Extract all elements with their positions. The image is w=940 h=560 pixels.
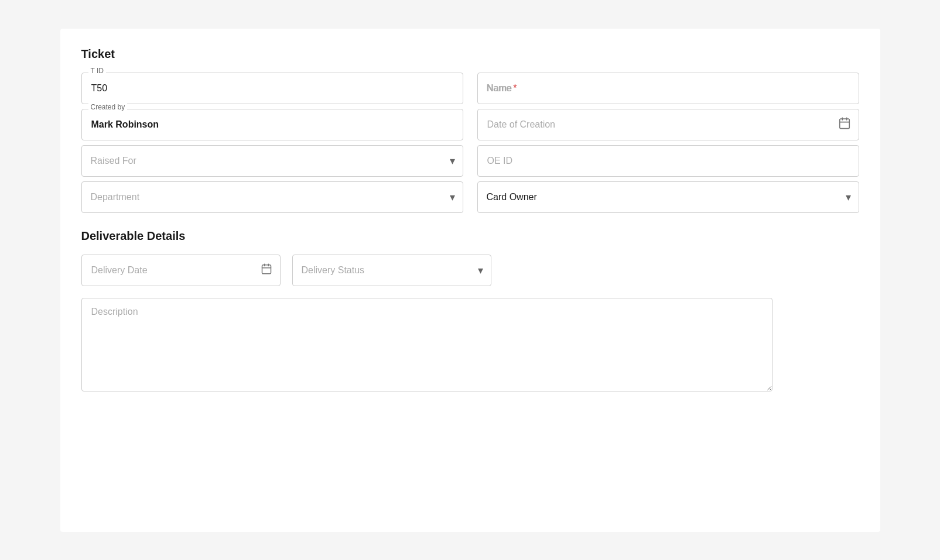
- t-id-field-wrapper: T ID: [81, 73, 463, 104]
- ticket-row-3: Raised For ▾: [81, 145, 859, 177]
- ticket-section-title: Ticket: [81, 47, 859, 61]
- ticket-row-2: Created by Mark Robinson: [81, 109, 859, 140]
- name-input[interactable]: [477, 73, 859, 104]
- ticket-row-1: T ID Name*: [81, 73, 859, 104]
- name-field-wrapper: Name*: [477, 73, 859, 104]
- card-owner-select[interactable]: Card Owner: [477, 181, 859, 213]
- delivery-status-select[interactable]: [292, 255, 491, 286]
- raised-for-select[interactable]: [81, 145, 463, 177]
- created-by-value: Mark Robinson: [91, 119, 159, 130]
- created-by-field-wrapper: Created by Mark Robinson: [81, 109, 463, 140]
- created-by-display: Mark Robinson: [81, 109, 463, 140]
- raised-for-field-wrapper: Raised For ▾: [81, 145, 463, 177]
- page-container: Ticket T ID Name* Created by Mark Robins…: [60, 29, 880, 532]
- description-textarea[interactable]: [81, 298, 772, 391]
- department-field-wrapper: Department ▾: [81, 181, 463, 213]
- delivery-date-input[interactable]: [81, 255, 281, 286]
- card-owner-field-wrapper: Card Owner Card Owner ▾: [477, 181, 859, 213]
- date-of-creation-input[interactable]: [477, 109, 859, 140]
- t-id-label: T ID: [88, 67, 106, 75]
- oe-id-input[interactable]: [477, 145, 859, 177]
- oe-id-field-wrapper: [477, 145, 859, 177]
- deliverable-section-title: Deliverable Details: [81, 229, 859, 243]
- delivery-status-field-wrapper: Delivery Status ▾: [292, 255, 491, 286]
- t-id-input[interactable]: [81, 73, 463, 104]
- date-of-creation-field-wrapper: [477, 109, 859, 140]
- created-by-label: Created by: [88, 103, 128, 111]
- deliverable-row-1: Delivery Status ▾: [81, 255, 859, 286]
- ticket-row-4: Department ▾ Card Owner Card Owner ▾: [81, 181, 859, 213]
- department-select[interactable]: [81, 181, 463, 213]
- delivery-date-field-wrapper: [81, 255, 281, 286]
- description-field-wrapper: [81, 298, 772, 394]
